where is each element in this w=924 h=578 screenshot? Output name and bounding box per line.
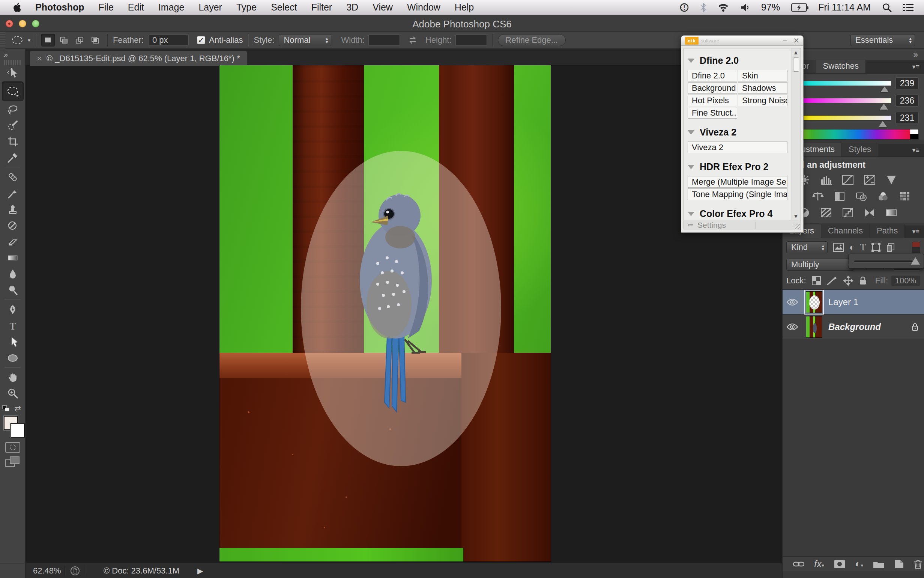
background-color-swatch[interactable] (10, 423, 25, 438)
channel-b-slider[interactable] (801, 115, 892, 120)
menu-item-photoshop[interactable]: Photoshop (35, 2, 84, 13)
swap-colors-icon[interactable]: ⇄ (14, 404, 21, 414)
layer-filter-toggle[interactable] (912, 242, 920, 253)
layer-filter-kind-select[interactable]: Kind ▴▾ (786, 241, 828, 253)
menu-item-image[interactable]: Image (158, 2, 184, 13)
section-collapse-icon[interactable] (688, 165, 694, 169)
threshold-icon[interactable] (840, 207, 855, 219)
menu-clock[interactable]: Fri 11:14 AM (818, 2, 871, 13)
crop-tool[interactable] (0, 133, 26, 149)
link-layers-icon[interactable] (793, 560, 804, 568)
new-adjustment-layer-icon[interactable]: ◐▾ (855, 558, 863, 570)
layer-style-fx-icon[interactable]: fx▾ (814, 558, 824, 570)
lock-all-icon[interactable] (859, 276, 867, 286)
selective-color-icon[interactable] (862, 207, 877, 219)
eyedropper-tool[interactable] (0, 149, 26, 166)
selection-mode-new-button[interactable] (41, 34, 55, 47)
panel-menu-icon[interactable]: ▾≡ (908, 63, 924, 73)
lock-position-icon[interactable] (843, 276, 853, 286)
vibrance-icon[interactable] (884, 174, 899, 186)
color-lookup-icon[interactable] (897, 190, 913, 202)
nik-panel-title-bar[interactable]: nik software – ✕ (681, 36, 803, 46)
layer1-thumbnail[interactable] (806, 291, 822, 313)
ellipse-shape-tool[interactable] (0, 350, 26, 366)
selection-mode-intersect-button[interactable] (89, 34, 102, 47)
nik-button-fine-structures[interactable]: Fine Struct... (688, 107, 737, 119)
path-selection-tool[interactable] (0, 334, 26, 350)
gradient-tool[interactable] (0, 250, 26, 266)
document-size-info[interactable]: © Doc: 23.6M/53.1M (91, 566, 192, 576)
levels-icon[interactable] (819, 174, 833, 186)
color-balance-icon[interactable] (810, 190, 825, 202)
bluetooth-icon[interactable] (701, 3, 706, 12)
style-select[interactable]: Normal ▴▾ (279, 34, 331, 46)
new-group-icon[interactable] (873, 560, 884, 568)
blend-mode-select[interactable]: Multiply ▴▾ (786, 258, 854, 271)
menu-item-view[interactable]: View (372, 2, 393, 13)
tab-styles[interactable]: Styles (842, 143, 878, 156)
gradient-map-icon[interactable] (884, 207, 899, 219)
tool-preset-caret-icon[interactable]: ▾ (28, 37, 31, 43)
dodge-tool[interactable] (0, 282, 26, 298)
selection-mode-subtract-button[interactable] (73, 34, 86, 47)
spotlight-search-icon[interactable] (882, 3, 892, 12)
type-tool[interactable]: T (0, 318, 26, 334)
black-white-icon[interactable] (832, 190, 847, 202)
channel-mixer-icon[interactable] (875, 190, 891, 202)
menu-item-edit[interactable]: Edit (128, 2, 144, 13)
height-input[interactable] (455, 34, 487, 46)
nik-section-color-efex[interactable]: Color Efex Pro 4 (700, 208, 773, 219)
anti-alias-checkbox[interactable]: ✓ (197, 36, 205, 44)
nik-button-merge[interactable]: Merge (Multiple Image Seri... (688, 176, 788, 188)
opacity-slider-thumb[interactable] (911, 257, 920, 265)
tab-paths[interactable]: Paths (870, 224, 905, 238)
layer1-visibility-toggle[interactable] (783, 290, 802, 314)
move-tool[interactable] (0, 65, 26, 81)
channel-b-value[interactable]: 231 (895, 112, 919, 124)
battery-icon[interactable] (791, 3, 807, 12)
lasso-tool[interactable] (0, 101, 26, 117)
opacity-slider-popup[interactable] (849, 254, 924, 269)
zoom-tool[interactable] (0, 385, 26, 402)
exposure-icon[interactable] (862, 174, 877, 186)
scroll-up-icon[interactable]: ▲ (793, 49, 799, 55)
spectrum-black-swatch[interactable] (910, 134, 918, 139)
delete-layer-icon[interactable] (914, 559, 922, 569)
eraser-tool[interactable] (0, 234, 26, 250)
nik-scrollbar[interactable]: ▲ ▼ (791, 49, 801, 220)
background-visibility-toggle[interactable] (783, 315, 802, 339)
channel-r-slider[interactable] (801, 81, 892, 86)
lock-image-icon[interactable] (827, 276, 838, 286)
menu-item-file[interactable]: File (99, 2, 114, 13)
add-layer-mask-icon[interactable] (834, 560, 845, 568)
menu-item-filter[interactable]: Filter (311, 2, 332, 13)
filter-type-layers-icon[interactable]: T (860, 242, 866, 253)
photo-filter-icon[interactable] (854, 190, 869, 202)
filter-pixel-layers-icon[interactable] (833, 242, 844, 252)
wifi-icon[interactable] (718, 3, 729, 12)
menu-item-window[interactable]: Window (407, 2, 440, 13)
tab-swatches[interactable]: Swatches (816, 60, 866, 73)
tab-close-icon[interactable]: × (37, 53, 42, 64)
hand-tool[interactable] (0, 369, 26, 385)
healing-brush-tool[interactable] (0, 169, 26, 185)
pen-tool[interactable] (0, 301, 26, 318)
color-spectrum-ramp[interactable] (788, 129, 919, 140)
fill-value[interactable]: 100% (891, 275, 920, 286)
nik-section-hdr-efex[interactable]: HDR Efex Pro 2 (700, 161, 768, 172)
workspace-switcher[interactable]: Essentials ▴▾ (851, 34, 915, 46)
quick-selection-tool[interactable] (0, 117, 26, 133)
menu-item-select[interactable]: Select (271, 2, 297, 13)
notification-center-icon[interactable] (903, 3, 914, 12)
blur-tool[interactable] (0, 266, 26, 282)
panel-menu-icon[interactable]: ▾≡ (908, 227, 924, 238)
tool-preset-icon[interactable] (11, 35, 25, 45)
nik-button-tone-mapping[interactable]: Tone Mapping (Single Image) (688, 188, 788, 200)
menu-item-help[interactable]: Help (455, 2, 474, 13)
brush-tool[interactable] (0, 185, 26, 201)
swap-width-height-icon[interactable] (408, 36, 418, 45)
zoom-level-field[interactable]: 62.48% (26, 566, 59, 576)
quick-mask-mode-button[interactable] (5, 442, 20, 453)
section-collapse-icon[interactable] (688, 58, 694, 63)
nik-section-viveza[interactable]: Viveza 2 (700, 127, 736, 138)
